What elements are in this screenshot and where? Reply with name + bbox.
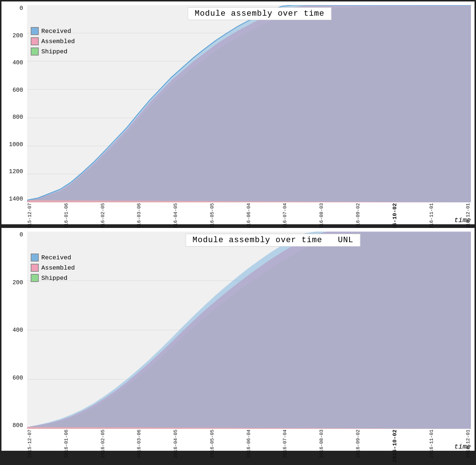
x-label-6: 2016-06-04 [246,203,252,232]
x-label-5: 2016-05-05 [209,203,215,232]
chart1-title: Module assembly over time [188,7,331,20]
chart1-x-axis-time: time [454,216,471,224]
x2-label-0: 2015-12-07 [27,430,33,458]
legend-assembled: Assembled [31,37,75,45]
legend2-assembled-box [31,264,39,272]
x-label-1: 2016-01-06 [64,203,69,232]
chart1-x-axis: 2015-12-07 2016-01-06 2016-02-05 2016-03… [27,203,471,224]
chart1-svg [27,5,471,202]
legend-shipped-label: Shipped [41,48,67,55]
chart2-x-axis: 2015-12-07 2016-01-06 2016-02-05 2016-03… [27,430,471,451]
x-label-0: 2015-12-07 [27,203,33,232]
x2-label-8: 2016-08-03 [319,430,324,458]
y-label-1400: 1400 [9,196,23,202]
chart1-y-axis: 1400 1200 1000 800 600 400 200 0 [1,5,25,202]
x2-label-10: 2016-10-02 [392,430,398,462]
x2-label-11: 2016-11-01 [429,430,434,458]
legend2-shipped-box [31,274,39,282]
legend2-received: Received [31,254,75,262]
chart2-x-axis-time: time [454,443,471,451]
legend2-received-label: Received [41,254,71,261]
legend-shipped: Shipped [31,47,75,56]
chart2-area [27,232,471,429]
y-label-0: 0 [19,5,23,12]
y-label-400: 400 [12,60,23,66]
y2-label-200: 200 [12,279,23,286]
y2-label-400: 400 [12,327,23,333]
legend-shipped-box [31,47,39,56]
x-label-3: 2016-03-06 [136,203,142,232]
x2-label-6: 2016-06-04 [246,430,252,458]
y2-label-0: 0 [19,232,23,238]
x-label-9: 2016-09-02 [355,203,361,232]
x-label-7: 2016-07-04 [282,203,288,232]
chart1-container: 1400 1200 1000 800 600 400 200 0 [1,1,475,224]
x2-label-2: 2016-02-05 [100,430,106,458]
section-gap [0,224,476,226]
chart2-subtitle: UNL [338,236,354,245]
chart2-svg [27,232,471,429]
y-label-200: 200 [12,33,23,39]
legend-received-label: Received [41,28,71,35]
x-label-11: 2016-11-01 [429,203,434,232]
legend-assembled-label: Assembled [41,38,75,45]
legend2-assembled-label: Assembled [41,264,75,271]
chart2-received-area [27,232,471,429]
chart2-legend: Received Assembled Shipped [31,254,75,282]
y2-label-800: 800 [12,422,23,429]
x2-label-3: 2016-03-06 [136,430,142,458]
legend2-shipped-label: Shipped [41,275,67,282]
x-label-8: 2016-08-03 [319,203,324,232]
legend-assembled-box [31,37,39,45]
x-label-2: 2016-02-05 [100,203,106,232]
legend2-assembled: Assembled [31,264,75,272]
legend-received-box [31,27,39,35]
legend2-received-box [31,254,39,262]
x2-label-9: 2016-09-02 [355,430,361,458]
chart1-area [27,5,471,202]
chart1-received-area [27,5,471,202]
y-label-800: 800 [12,114,23,121]
x2-label-4: 2016-04-05 [173,430,178,458]
y-label-600: 600 [12,87,23,94]
y-label-1200: 1200 [9,168,23,175]
x2-label-5: 2016-05-05 [209,430,215,458]
y2-label-600: 600 [12,375,23,381]
chart2-container: 800 600 400 200 0 Received Assembled [1,228,475,451]
x-label-4: 2016-04-05 [173,203,178,232]
chart2-title-text: Module assembly over time [193,236,322,245]
y-label-1000: 1000 [9,141,23,148]
chart2-y-axis: 800 600 400 200 0 [1,232,25,429]
legend-received: Received [31,27,75,35]
chart1-legend: Received Assembled Shipped [31,27,75,56]
x2-label-7: 2016-07-04 [282,430,288,458]
chart2-title: Module assembly over time UNL [186,234,360,247]
x2-label-1: 2016-01-06 [64,430,69,458]
legend2-shipped: Shipped [31,274,75,282]
